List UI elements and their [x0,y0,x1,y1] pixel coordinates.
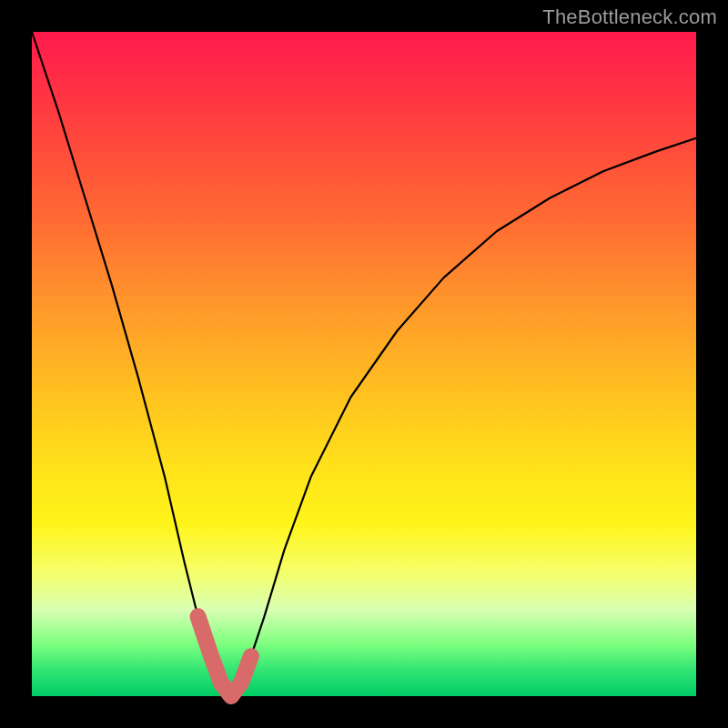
bottleneck-curve [32,32,696,696]
watermark-text: TheBottleneck.com [542,5,717,29]
chart-frame: TheBottleneck.com [0,0,728,728]
optimal-range-marker [198,616,251,696]
chart-overlay [32,32,696,696]
